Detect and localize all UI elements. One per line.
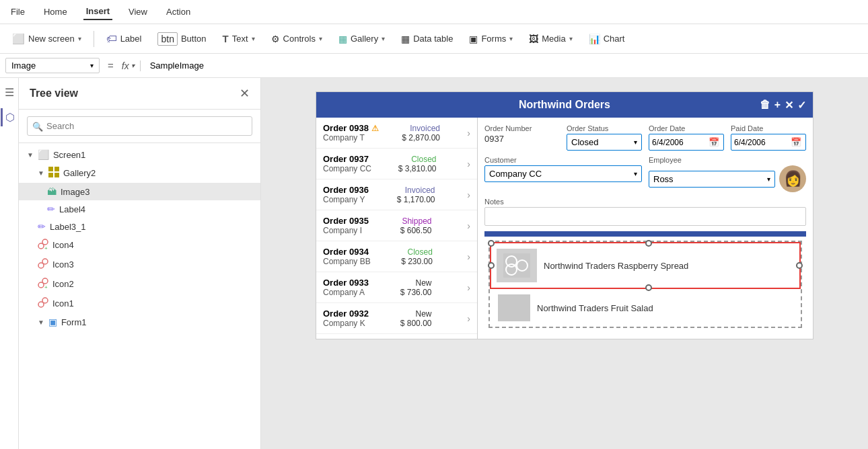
- tree-item-icon1[interactable]: Icon1: [19, 294, 260, 313]
- order-0938-right: Invoiced $ 2,870.00: [402, 124, 440, 142]
- svg-point-8: [38, 263, 44, 268]
- gallery-chevron-icon: ▾: [382, 35, 385, 42]
- new-screen-button[interactable]: ⬜ New screen ▾: [5, 30, 88, 48]
- menu-view[interactable]: View: [126, 4, 150, 19]
- toolbar: ⬜ New screen ▾ 🏷 Label btn Button T Text…: [0, 24, 868, 54]
- detail-employee-value: Ross: [653, 174, 674, 184]
- datatable-btn-label: Data table: [413, 34, 453, 44]
- tree-close-button[interactable]: ✕: [240, 86, 250, 101]
- icon3-label: Icon3: [52, 259, 74, 270]
- order-item-0933[interactable]: Order 0933 Company A New $ 736.00 ›: [316, 272, 477, 303]
- button-button[interactable]: btn Button: [151, 29, 213, 49]
- handle-right-center[interactable]: [796, 262, 803, 269]
- detail-customer-select[interactable]: Company CC ▾: [484, 165, 642, 182]
- formula-input[interactable]: [145, 59, 863, 72]
- order-0937-left: Order 0937 Company CC: [323, 154, 371, 173]
- search-input[interactable]: [27, 116, 252, 136]
- order-0936-left: Order 0936 Company Y: [323, 185, 369, 204]
- tree-item-label3-1[interactable]: ✏ Label3_1: [19, 218, 260, 235]
- gallery-button[interactable]: ▦ Gallery ▾: [332, 30, 392, 48]
- tree-item-image3[interactable]: 🏔 Image3: [19, 183, 260, 200]
- gallery2-label: Gallery2: [63, 168, 96, 178]
- hamburger-icon[interactable]: ☰: [2, 83, 17, 101]
- gallery-item2[interactable]: Northwind Traders Fruit Salad: [490, 289, 801, 327]
- text-button[interactable]: T Text ▾: [216, 30, 262, 48]
- formula-selector[interactable]: Image ▾: [5, 58, 100, 73]
- detail-customer-field: Customer Company CC ▾: [484, 156, 642, 192]
- plus-icon[interactable]: +: [774, 99, 781, 111]
- order-0938-left: Order 0938 ⚠ Company T: [323, 123, 379, 142]
- media-button[interactable]: 🖼 Media ▾: [522, 30, 579, 48]
- paid-calendar-icon[interactable]: 📅: [787, 134, 805, 150]
- order-item-0937[interactable]: Order 0937 Company CC Closed $ 3,810.00 …: [316, 149, 477, 179]
- calendar-icon[interactable]: 📅: [704, 134, 723, 150]
- order-0933-chevron-icon: ›: [467, 282, 470, 293]
- order-0934-right: Closed $ 230.00: [401, 247, 433, 266]
- order-item-0935[interactable]: Order 0935 Company I Shipped $ 606.50 ›: [316, 210, 477, 241]
- forms-icon: ▣: [469, 34, 478, 44]
- controls-icon: ⚙: [271, 34, 280, 44]
- svg-text:+: +: [44, 245, 48, 249]
- order-0935-amount: $ 606.50: [400, 226, 432, 235]
- gallery-image-svg: [503, 253, 530, 278]
- menu-insert[interactable]: Insert: [83, 3, 112, 20]
- close-icon[interactable]: ✕: [785, 99, 793, 112]
- handle-left-center[interactable]: [488, 262, 495, 269]
- order-item-0938[interactable]: Order 0938 ⚠ Company T Invoiced $ 2,870.…: [316, 118, 477, 149]
- tree-title: Tree view: [30, 87, 78, 99]
- order-0936-amount: $ 1,170.00: [397, 195, 435, 204]
- form1-label: Form1: [61, 317, 87, 327]
- tree-content: ▼ ⬜ Screen1 ▼ Gallery2 🏔 Image3: [19, 143, 260, 449]
- order-item-0932[interactable]: Order 0932 Company K New $ 800.00 ›: [316, 303, 477, 334]
- tree-header: Tree view ✕: [19, 78, 260, 110]
- gallery-item2-svg: [498, 294, 530, 321]
- label4-label: Label4: [59, 204, 85, 214]
- tree-item-screen1[interactable]: ▼ ⬜ Screen1: [19, 146, 260, 163]
- label3-1-type-icon: ✏: [38, 221, 46, 232]
- label-button[interactable]: 🏷 Label: [100, 30, 149, 48]
- tree-item-label4[interactable]: ✏ Label4: [19, 200, 260, 218]
- check-icon[interactable]: ✓: [797, 99, 806, 112]
- chart-button[interactable]: 📊 Chart: [582, 30, 632, 48]
- datatable-button[interactable]: ▦ Data table: [394, 30, 460, 48]
- detail-paid-date-input[interactable]: 📅: [731, 134, 806, 151]
- tree-item-gallery2[interactable]: ▼ Gallery2: [19, 163, 260, 183]
- detail-notes-input[interactable]: [484, 207, 806, 226]
- tree-item-icon3[interactable]: Icon3: [19, 255, 260, 274]
- handle-top-left[interactable]: [488, 240, 495, 247]
- app-canvas: Northwind Orders 🗑 + ✕ ✓ Order 09: [316, 91, 813, 339]
- detail-employee-label: Employee: [649, 156, 806, 164]
- menu-action[interactable]: Action: [164, 4, 193, 19]
- detail-order-date-input[interactable]: 📅: [649, 134, 724, 151]
- detail-row-2: Customer Company CC ▾ Employee Ross: [484, 156, 806, 192]
- detail-order-status-select[interactable]: Closed ▾: [567, 134, 642, 151]
- handle-bottom-center[interactable]: [645, 284, 652, 291]
- text-icon: T: [223, 33, 229, 44]
- trash-icon[interactable]: 🗑: [760, 99, 770, 111]
- gallery2-type-icon: [48, 167, 59, 179]
- order-item-0934[interactable]: Order 0934 Company BB Closed $ 230.00 ›: [316, 241, 477, 272]
- order-0935-status: Shipped: [402, 216, 431, 226]
- gallery-inner-item[interactable]: Northwind Traders Raspberry Spread: [490, 242, 801, 289]
- detail-order-date-value[interactable]: [649, 136, 704, 149]
- detail-employee-select[interactable]: Ross ▾: [649, 171, 775, 188]
- menu-home[interactable]: Home: [41, 4, 70, 19]
- order-item-0936[interactable]: Order 0936 Company Y Invoiced $ 1,170.00…: [316, 179, 477, 210]
- detail-paid-date-value[interactable]: [731, 136, 787, 149]
- layers-icon[interactable]: ⬡: [1, 108, 17, 126]
- forms-button[interactable]: ▣ Forms ▾: [462, 30, 519, 48]
- formula-fx-button[interactable]: fx ▾: [122, 60, 141, 71]
- menu-file[interactable]: File: [8, 4, 28, 19]
- detail-order-number-value: 0937: [484, 134, 560, 144]
- tree-item-form1[interactable]: ▼ ▣ Form1: [19, 313, 260, 331]
- controls-button[interactable]: ⚙ Controls ▾: [264, 30, 329, 48]
- icon4-type-icon: +: [38, 239, 48, 251]
- tree-item-icon4[interactable]: + Icon4: [19, 235, 260, 255]
- tree-item-icon2[interactable]: + Icon2: [19, 274, 260, 294]
- screen1-type-icon: ⬜: [38, 149, 49, 160]
- detail-order-number-field: Order Number 0937: [484, 124, 560, 151]
- gallery2-chevron-icon: ▼: [38, 169, 44, 177]
- warn-icon-0938: ⚠: [371, 124, 379, 133]
- order-0934-status: Closed: [408, 247, 433, 257]
- handle-top-center[interactable]: [645, 240, 652, 247]
